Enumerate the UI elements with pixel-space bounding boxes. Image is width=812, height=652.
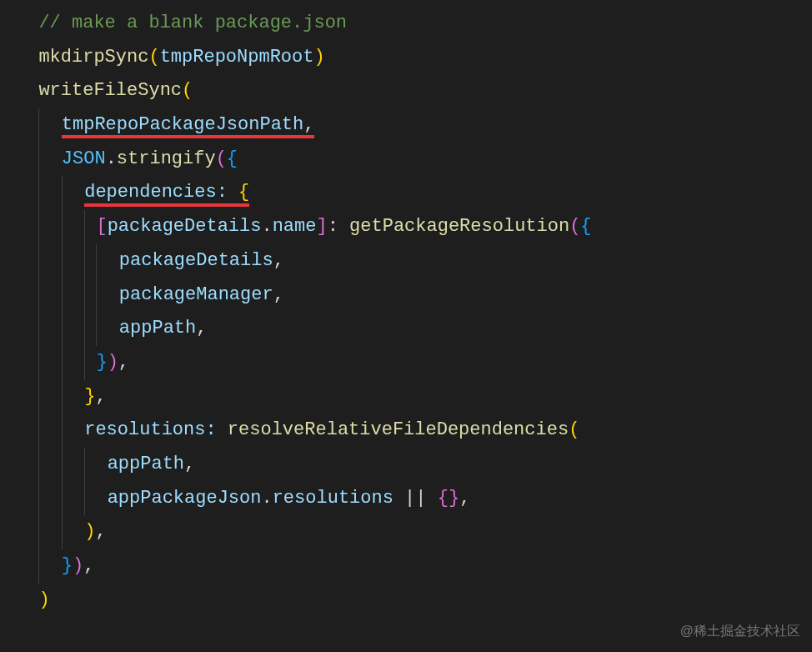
code-line: resolutions: resolveRelativeFileDependen… xyxy=(0,414,812,448)
code-block[interactable]: // make a blank package.json mkdirpSync(… xyxy=(0,7,812,617)
arg-appPath: appPath xyxy=(108,454,184,474)
key-resolutions: resolutions: xyxy=(84,419,216,440)
code-line: appPath, xyxy=(0,448,812,482)
watermark-text: @稀土掘金技术社区 xyxy=(680,619,800,644)
fn-stringify: stringify xyxy=(117,148,216,169)
obj-JSON: JSON xyxy=(62,148,106,169)
short-appPath: appPath xyxy=(119,318,196,339)
comment: // make a blank package.json xyxy=(38,13,347,33)
code-line: appPath, xyxy=(0,312,812,346)
arg-appPackageJson: appPackageJson xyxy=(108,488,262,509)
fn-resolveRelativeFileDependencies: resolveRelativeFileDependencies xyxy=(228,419,569,440)
code-line: }), xyxy=(0,346,812,380)
prop-name: name xyxy=(273,216,317,237)
code-line: [packageDetails.name]: getPackageResolut… xyxy=(0,210,812,244)
var-tmpRepoNpmRoot: tmpRepoNpmRoot xyxy=(160,47,314,68)
code-line: ), xyxy=(0,515,812,549)
code-line: }), xyxy=(0,549,812,584)
fn-getPackageResolution: getPackageResolution xyxy=(349,216,569,237)
code-line: mkdirpSync(tmpRepoNpmRoot) xyxy=(0,41,812,75)
var-tmpRepoPackageJsonPath: tmpRepoPackageJsonPath xyxy=(62,114,303,135)
code-line: // make a blank package.json xyxy=(0,7,812,41)
short-packageManager: packageManager xyxy=(119,284,273,305)
short-packageDetails: packageDetails xyxy=(119,250,273,271)
code-line: packageDetails, xyxy=(0,244,812,278)
code-line: ) xyxy=(0,584,812,618)
fn-writeFileSync: writeFileSync xyxy=(38,80,182,101)
code-line: appPackageJson.resolutions || {}, xyxy=(0,482,812,516)
var-packageDetails: packageDetails xyxy=(108,216,262,237)
code-line: tmpRepoPackageJsonPath, xyxy=(0,108,812,143)
code-line: dependencies: { xyxy=(0,176,812,210)
key-dependencies: dependencies: xyxy=(84,182,228,203)
code-line: JSON.stringify({ xyxy=(0,143,812,177)
prop-resolutions: resolutions xyxy=(273,488,393,509)
fn-mkdirpSync: mkdirpSync xyxy=(38,47,148,68)
code-line: }, xyxy=(0,380,812,414)
code-line: packageManager, xyxy=(0,278,812,313)
code-line: writeFileSync( xyxy=(0,74,812,108)
